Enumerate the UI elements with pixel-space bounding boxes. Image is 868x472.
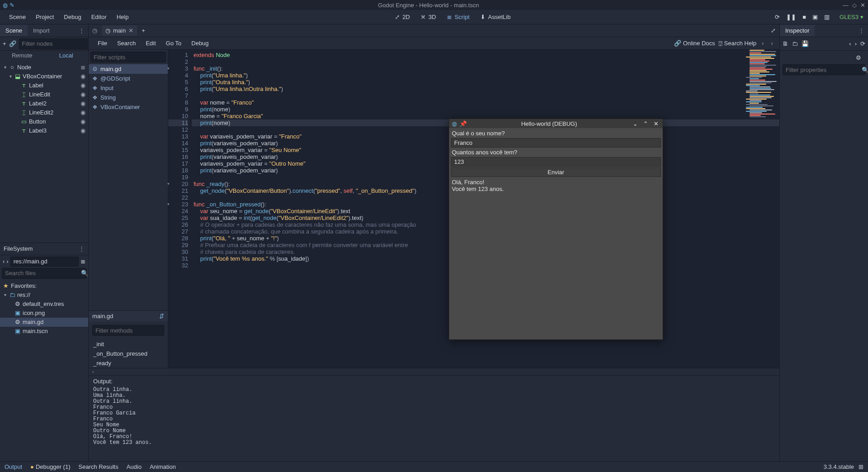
- layout-icon[interactable]: ⊞: [859, 463, 863, 470]
- status-audio[interactable]: Audio: [127, 463, 142, 470]
- tab-scene[interactable]: Scene: [0, 25, 28, 36]
- filter-properties-input[interactable]: 🔍: [783, 64, 865, 75]
- new-resource-button[interactable]: 🗎: [783, 40, 788, 47]
- tab-3d[interactable]: ⤧3D: [416, 12, 441, 22]
- method-_init[interactable]: _init: [89, 339, 168, 349]
- menu-debug[interactable]: Debug: [59, 12, 85, 22]
- debug-min-button[interactable]: ⌄: [631, 120, 639, 127]
- debug-max-button[interactable]: ⌃: [642, 120, 650, 127]
- search-help-link[interactable]: ⍰Search Help: [719, 40, 757, 47]
- scene-node-node[interactable]: ▾○Node≣: [0, 62, 88, 72]
- filesystem-panel-menu[interactable]: ⋮: [79, 245, 85, 252]
- play-custom-scene-button[interactable]: ▥: [821, 12, 832, 22]
- visibility-icon[interactable]: ◉: [81, 127, 85, 134]
- script-menu-go-to[interactable]: Go To: [161, 38, 186, 48]
- close-button[interactable]: ✕: [860, 2, 865, 9]
- link-button[interactable]: 🔗: [9, 39, 16, 49]
- tab-inspector[interactable]: Inspector: [780, 25, 815, 36]
- history-back-button[interactable]: ‹: [849, 40, 851, 47]
- fs-item-default_env-tres[interactable]: ⚙default_env.tres: [0, 300, 88, 309]
- nav-fwd-button[interactable]: ›: [6, 258, 8, 265]
- script-item-main-gd[interactable]: ⚙main.gd: [89, 64, 168, 74]
- status-debugger[interactable]: Debugger (1): [30, 463, 70, 470]
- script-menu-edit[interactable]: Edit: [141, 38, 160, 48]
- path-input[interactable]: res://main.gd: [10, 257, 79, 267]
- inspector-panel-menu[interactable]: ⋮: [855, 27, 868, 34]
- local-toggle[interactable]: Local: [44, 51, 89, 62]
- scene-node-lineedit2[interactable]: ⌶LineEdit2◉: [0, 108, 88, 117]
- script-menu-file[interactable]: File: [93, 38, 112, 48]
- fs-item-main-gd[interactable]: ⚙main.gd: [0, 318, 88, 327]
- scene-node-label[interactable]: ᴛLabel◉: [0, 81, 88, 90]
- debug-close-button[interactable]: ✕: [652, 120, 660, 127]
- fs-item-main-tscn[interactable]: ▣main.tscn: [0, 327, 88, 336]
- minimize-button[interactable]: —: [843, 2, 849, 9]
- view-mode-button[interactable]: ≣: [81, 258, 85, 265]
- method-_on_Button_pressed[interactable]: _on_Button_pressed: [89, 349, 168, 358]
- menu-help[interactable]: Help: [112, 12, 133, 22]
- scene-node-label2[interactable]: ᴛLabel2◉: [0, 99, 88, 108]
- status-animation[interactable]: Animation: [150, 463, 176, 470]
- play-project-button[interactable]: ⟳: [772, 12, 783, 22]
- collapse-handle[interactable]: ‹: [89, 368, 779, 375]
- script-menu-search[interactable]: Search: [113, 38, 140, 48]
- new-tab-button[interactable]: +: [142, 27, 145, 34]
- filter-methods-input[interactable]: 🔍: [92, 325, 164, 336]
- visibility-icon[interactable]: ◉: [81, 73, 85, 80]
- script-back-button[interactable]: ‹: [760, 40, 765, 47]
- status-search-results[interactable]: Search Results: [79, 463, 119, 470]
- maximize-button[interactable]: ◇: [852, 2, 857, 9]
- filesystem-tree[interactable]: ★Favorites: ▾🗀res://⚙default_env.tres▣ic…: [0, 281, 88, 462]
- menu-project[interactable]: Project: [31, 12, 58, 22]
- save-resource-button[interactable]: 💾: [802, 40, 809, 47]
- history-fwd-button[interactable]: ›: [855, 40, 857, 47]
- scene-node-lineedit[interactable]: ⌶LineEdit◉: [0, 90, 88, 99]
- play-scene-button[interactable]: ▣: [810, 12, 821, 22]
- visibility-icon[interactable]: ◉: [81, 100, 85, 107]
- script-menu-debug[interactable]: Debug: [187, 38, 213, 48]
- scene-node-label3[interactable]: ᴛLabel3◉: [0, 126, 88, 135]
- scene-node-vboxcontainer[interactable]: ▾⬓VBoxContainer◉: [0, 72, 88, 81]
- scene-tree[interactable]: ▾○Node≣▾⬓VBoxContainer◉ᴛLabel◉⌶LineEdit◉…: [0, 62, 88, 243]
- close-tab-button[interactable]: ✕: [128, 27, 133, 34]
- search-files-input[interactable]: 🔍: [2, 268, 86, 279]
- fs-item-icon-png[interactable]: ▣icon.png: [0, 309, 88, 318]
- online-docs-link[interactable]: 🔗Online Docs: [674, 40, 715, 47]
- game-debug-window[interactable]: ◍ 📌 Hello-world (DEBUG) ⌄ ⌃ ✕ Qual é o s…: [449, 119, 663, 340]
- settings-icon[interactable]: ⚙: [854, 52, 863, 62]
- scene-panel-menu[interactable]: ⋮: [75, 27, 88, 34]
- scene-node-button[interactable]: ▭Button◉: [0, 117, 88, 126]
- load-resource-button[interactable]: 🗀: [792, 40, 798, 47]
- filter-scripts-input[interactable]: 🔍: [90, 52, 166, 62]
- script-icon[interactable]: ≣: [81, 64, 85, 71]
- nav-back-button[interactable]: ‹: [3, 258, 5, 265]
- script-item-vboxcontainer[interactable]: ❖VBoxContainer: [89, 102, 168, 112]
- enviar-button[interactable]: Enviar: [451, 167, 661, 177]
- pause-button[interactable]: ❚❚: [783, 12, 799, 22]
- tab-assetlib[interactable]: ⬇AssetLib: [476, 12, 515, 22]
- tab-script[interactable]: ≣Script: [442, 12, 474, 22]
- menu-editor[interactable]: Editor: [87, 12, 111, 22]
- stop-button[interactable]: ■: [800, 12, 809, 22]
- visibility-icon[interactable]: ◉: [81, 118, 85, 125]
- method-_ready[interactable]: _ready: [89, 358, 168, 368]
- tab-import[interactable]: Import: [28, 25, 55, 36]
- script-item-input[interactable]: ❖Input: [89, 83, 168, 93]
- pin-icon[interactable]: 📌: [460, 120, 467, 127]
- tab-2d[interactable]: ⤢2D: [390, 12, 415, 22]
- visibility-icon[interactable]: ◉: [81, 109, 85, 116]
- input-idade[interactable]: 123: [451, 157, 661, 167]
- add-node-button[interactable]: +: [3, 39, 6, 49]
- visibility-icon[interactable]: ◉: [81, 82, 85, 89]
- tab-main-scene[interactable]: ◷ main ✕: [102, 25, 137, 36]
- visibility-icon[interactable]: ◉: [81, 91, 85, 98]
- refresh-button[interactable]: ⟳: [860, 40, 865, 47]
- status-output[interactable]: Output: [5, 463, 22, 470]
- fs-item-res---[interactable]: ▾🗀res://: [0, 291, 88, 300]
- script-fwd-button[interactable]: ›: [769, 40, 775, 47]
- input-nome[interactable]: Franco: [451, 138, 661, 148]
- sort-icon[interactable]: ⇵: [159, 313, 164, 319]
- renderer-selector[interactable]: GLES3 ▾: [840, 14, 863, 20]
- menu-scene[interactable]: Scene: [5, 12, 30, 22]
- remote-toggle[interactable]: Remote: [0, 51, 44, 62]
